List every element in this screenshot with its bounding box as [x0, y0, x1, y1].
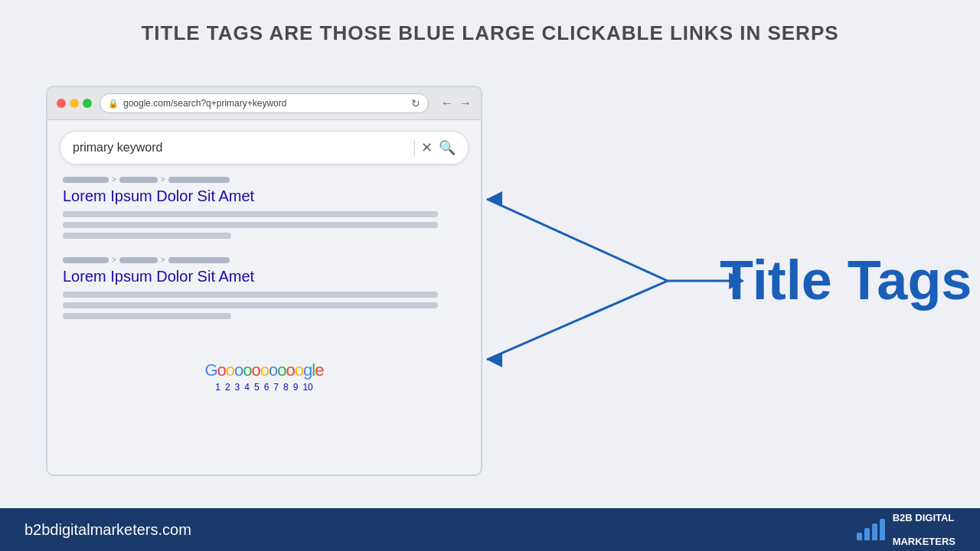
- search-bar-container: primary keyword ✕ 🔍: [47, 120, 481, 165]
- page-7[interactable]: 7: [273, 382, 279, 393]
- dot-red: [57, 99, 66, 108]
- google-logo: Goooooooooogle: [47, 360, 481, 380]
- pagination-numbers: 1 2 3 4 5 6 7 8 9 10: [47, 382, 481, 393]
- desc-line: [63, 233, 231, 239]
- result-title-2[interactable]: Lorem Ipsum Dolor Sit Amet: [63, 267, 466, 285]
- desc-line: [63, 222, 438, 228]
- page-3[interactable]: 3: [235, 382, 240, 393]
- lock-icon: 🔒: [108, 99, 119, 109]
- dot-green: [83, 99, 92, 108]
- breadcrumb-bar: [119, 257, 158, 263]
- dot-yellow: [70, 99, 79, 108]
- browser-topbar: 🔒 google.com/search?q+primary+keyword ↻ …: [47, 87, 481, 120]
- search-clear-icon[interactable]: ✕: [421, 139, 433, 156]
- footer-logo-text: B2B DIGITAL MARKETERS: [893, 512, 956, 548]
- result-title-1[interactable]: Lorem Ipsum Dolor Sit Amet: [63, 187, 466, 205]
- main-content: 🔒 google.com/search?q+primary+keyword ↻ …: [0, 57, 980, 504]
- breadcrumb-bar: [119, 177, 158, 183]
- logo-line-2: MARKETERS: [893, 536, 956, 548]
- search-bar[interactable]: primary keyword ✕ 🔍: [60, 131, 469, 165]
- bar-3: [872, 523, 877, 540]
- bar-4: [880, 519, 885, 540]
- bar-1: [857, 533, 862, 540]
- google-pagination: Goooooooooogle 1 2 3 4 5 6 7 8 9 10: [47, 347, 481, 400]
- svg-line-1: [487, 281, 668, 360]
- breadcrumb-bar: [63, 177, 109, 183]
- refresh-icon[interactable]: ↻: [411, 97, 420, 109]
- title-tags-text: Title Tags: [720, 250, 972, 311]
- back-button[interactable]: ←: [441, 97, 453, 109]
- page-10[interactable]: 10: [302, 382, 312, 393]
- forward-button[interactable]: →: [459, 97, 472, 109]
- page-2[interactable]: 2: [225, 382, 230, 393]
- browser-dots: [57, 99, 92, 108]
- address-text: google.com/search?q+primary+keyword: [123, 98, 407, 109]
- page-9[interactable]: 9: [293, 382, 299, 393]
- search-query-text: primary keyword: [73, 141, 408, 155]
- footer-logo: B2B DIGITAL MARKETERS: [857, 512, 956, 548]
- chevron-icon: >: [161, 175, 165, 184]
- title-tags-label: Title Tags: [720, 250, 972, 311]
- chevron-icon: >: [112, 256, 116, 264]
- page-8[interactable]: 8: [283, 382, 289, 393]
- breadcrumb-1: > >: [63, 175, 466, 184]
- svg-line-0: [487, 199, 668, 281]
- serp-results: > > Lorem Ipsum Dolor Sit Amet > >: [47, 165, 481, 347]
- search-submit-icon[interactable]: 🔍: [439, 139, 456, 156]
- arrow-label-area: Title Tags: [482, 86, 934, 476]
- page-4[interactable]: 4: [244, 382, 250, 393]
- page-5[interactable]: 5: [254, 382, 260, 393]
- browser-nav: ← →: [441, 97, 472, 109]
- page-1[interactable]: 1: [215, 382, 220, 393]
- serp-result-1: > > Lorem Ipsum Dolor Sit Amet: [63, 175, 466, 239]
- address-bar[interactable]: 🔒 google.com/search?q+primary+keyword ↻: [100, 93, 429, 113]
- logo-line-1: B2B DIGITAL: [893, 512, 956, 524]
- desc-line: [63, 313, 231, 319]
- desc-line: [63, 292, 438, 298]
- desc-line: [63, 302, 438, 308]
- chevron-icon: >: [112, 175, 116, 184]
- breadcrumb-2: > >: [63, 256, 466, 264]
- footer-url: b2bdigitalmarketers.com: [24, 521, 191, 539]
- svg-marker-2: [487, 191, 502, 207]
- footer: b2bdigitalmarketers.com B2B DIGITAL MARK…: [0, 508, 980, 551]
- page-6[interactable]: 6: [264, 382, 270, 393]
- logo-bars: [857, 519, 885, 540]
- breadcrumb-bar: [63, 257, 109, 263]
- serp-result-2: > > Lorem Ipsum Dolor Sit Amet: [63, 256, 466, 319]
- search-divider: [414, 140, 415, 155]
- breadcrumb-bar: [168, 257, 230, 263]
- browser-mockup: 🔒 google.com/search?q+primary+keyword ↻ …: [46, 86, 482, 476]
- chevron-icon: >: [161, 256, 165, 264]
- breadcrumb-bar: [168, 177, 230, 183]
- bar-2: [864, 528, 870, 540]
- svg-marker-3: [487, 352, 502, 367]
- desc-line: [63, 211, 438, 217]
- page-title: TITLE TAGS ARE THOSE BLUE LARGE CLICKABL…: [0, 0, 980, 57]
